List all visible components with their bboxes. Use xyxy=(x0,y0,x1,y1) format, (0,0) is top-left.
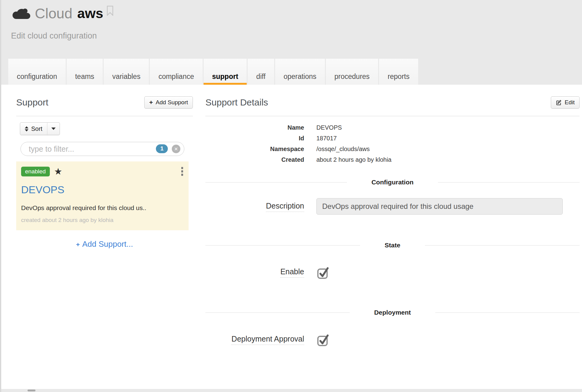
tab-teams[interactable]: teams xyxy=(67,59,103,85)
enable-checkbox[interactable] xyxy=(316,265,330,279)
card-menu-kebab-icon[interactable] xyxy=(181,166,184,176)
scrollbar-thumb[interactable] xyxy=(28,390,35,391)
detail-value-name: DEVOPS xyxy=(316,124,580,131)
detail-value-namespace: /ossqe/_clouds/aws xyxy=(316,146,580,153)
tab-bar: configuration teams variables compliance… xyxy=(8,59,418,85)
sort-button[interactable]: Sort xyxy=(20,122,47,135)
cloud-icon xyxy=(11,7,31,21)
detail-label: Id xyxy=(205,135,304,142)
add-support-button[interactable]: + Add Support xyxy=(144,96,193,109)
detail-value-id: 187017 xyxy=(316,135,580,142)
filter-count-badge: 1 xyxy=(156,144,168,153)
section-configuration-title: Configuration xyxy=(371,179,414,186)
breadcrumb: Cloud aws xyxy=(0,0,582,22)
tab-reports[interactable]: reports xyxy=(379,59,418,85)
horizontal-scrollbar[interactable] xyxy=(0,389,582,392)
page-title-resource: aws xyxy=(77,5,103,22)
detail-label: Created xyxy=(205,156,304,163)
deployment-approval-label: Deployment Approval xyxy=(231,334,304,345)
page-header: Cloud aws Edit cloud configuration confi… xyxy=(0,0,582,85)
enable-label: Enable xyxy=(280,267,304,278)
deployment-approval-checkbox[interactable] xyxy=(316,332,330,347)
tab-operations[interactable]: operations xyxy=(275,59,325,85)
tab-configuration[interactable]: configuration xyxy=(8,59,66,85)
support-card-created: created about 2 hours ago by klohia xyxy=(21,217,184,224)
edit-button-label: Edit xyxy=(565,99,575,106)
chevron-down-icon xyxy=(51,128,56,130)
status-badge: enabled xyxy=(21,167,50,176)
sort-control: Sort xyxy=(20,122,193,135)
support-details-panel: Support Details Edit Name DEVOPS Id 1870… xyxy=(205,85,580,347)
page-title-type: Cloud xyxy=(35,5,72,22)
plus-icon: + xyxy=(149,100,153,105)
main-content: Support + Add Support Sort 1 ✕ enabled xyxy=(0,85,582,347)
tab-support[interactable]: support xyxy=(204,59,247,85)
detail-value-created: about 2 hours ago by klohia xyxy=(316,156,580,163)
support-card-title-link[interactable]: DEVOPS xyxy=(21,184,64,196)
add-support-button-label: Add Support xyxy=(156,99,188,106)
detail-label: Name xyxy=(205,124,304,131)
section-state-title: State xyxy=(385,242,400,249)
description-field[interactable] xyxy=(316,198,563,215)
support-list-panel: Support + Add Support Sort 1 ✕ enabled xyxy=(16,85,193,249)
left-panel-divider xyxy=(16,116,193,116)
tab-procedures[interactable]: procedures xyxy=(326,59,378,85)
support-card-description: DevOps approval required for this cloud … xyxy=(21,204,184,212)
description-label: Description xyxy=(266,201,304,212)
sort-dropdown-button[interactable] xyxy=(47,122,60,135)
edit-pencil-icon xyxy=(556,99,562,105)
detail-label: Namespace xyxy=(205,146,304,153)
filter-control: 1 ✕ xyxy=(20,142,184,156)
sort-updown-icon xyxy=(25,126,28,131)
details-table: Name DEVOPS Id 187017 Namespace /ossqe/_… xyxy=(205,124,580,163)
filter-clear-icon[interactable]: ✕ xyxy=(172,145,180,153)
section-configuration: Configuration xyxy=(205,179,580,186)
section-state: State xyxy=(205,242,580,249)
star-icon[interactable]: ★ xyxy=(54,167,62,176)
add-support-link[interactable]: +Add Support... xyxy=(16,239,193,249)
support-card[interactable]: enabled ★ DEVOPS DevOps approval require… xyxy=(16,161,189,230)
sort-button-label: Sort xyxy=(31,125,42,132)
right-panel-divider xyxy=(205,116,580,116)
section-deployment: Deployment xyxy=(205,309,580,316)
tab-variables[interactable]: variables xyxy=(104,59,149,85)
page-subtitle: Edit cloud configuration xyxy=(11,31,582,41)
section-deployment-title: Deployment xyxy=(374,309,411,316)
support-list-title: Support xyxy=(16,97,48,108)
window-left-edge xyxy=(0,0,1,392)
support-details-title: Support Details xyxy=(205,97,268,108)
tab-compliance[interactable]: compliance xyxy=(150,59,202,85)
bookmark-icon[interactable] xyxy=(106,6,114,16)
edit-button[interactable]: Edit xyxy=(551,96,580,109)
tab-diff[interactable]: diff xyxy=(248,59,274,85)
plus-icon: + xyxy=(76,241,80,248)
